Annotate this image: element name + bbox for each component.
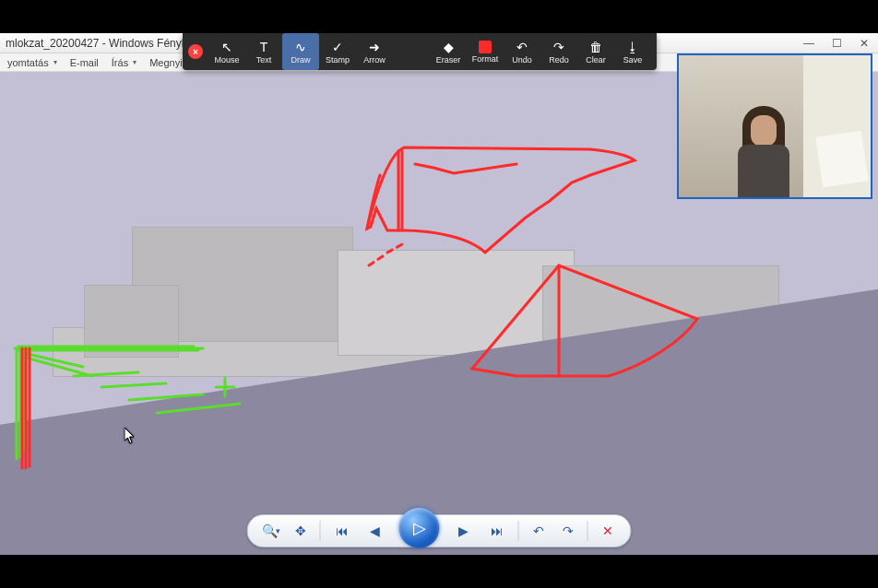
anno-draw-icon: ∿ — [293, 40, 308, 54]
window-controls: — ☐ ✕ — [795, 33, 878, 53]
anno-stamp-icon: ✓ — [330, 40, 345, 54]
letterbox-bottom — [0, 555, 878, 588]
anno-save-label: Save — [623, 55, 643, 65]
anno-redo-button[interactable]: ↷Redo — [540, 33, 577, 70]
anno-format-label: Format — [472, 54, 499, 64]
anno-clear-button[interactable]: 🗑Clear — [577, 33, 614, 70]
anno-mouse-label: Mouse — [214, 55, 239, 65]
anno-undo-icon: ↶ — [515, 40, 529, 54]
anno-eraser-icon: ◆ — [441, 40, 456, 54]
close-button[interactable]: ✕ — [850, 33, 878, 53]
anno-text-button[interactable]: TText — [245, 33, 282, 70]
prev-button[interactable]: ◀ — [363, 521, 387, 541]
anno-eraser-button[interactable]: ◆Eraser — [430, 33, 467, 70]
anno-clear-label: Clear — [586, 55, 606, 65]
anno-undo-button[interactable]: ↶Undo — [504, 33, 540, 70]
anno-redo-icon: ↷ — [552, 40, 566, 54]
anno-format-button[interactable]: Format — [467, 33, 504, 70]
anno-text-label: Text — [256, 55, 272, 65]
anno-spot-button[interactable] — [393, 33, 430, 70]
separator — [587, 521, 588, 541]
photo-viewer-controls: 🔍▾ ✥ ⏮ ◀ ▷ ▶ ⏭ ↶ ↷ ✕ — [247, 514, 632, 547]
first-button[interactable]: ⏮ — [330, 521, 354, 541]
delete-button[interactable]: ✕ — [598, 521, 618, 541]
anno-arrow-button[interactable]: ➜Arrow — [356, 33, 393, 70]
anno-spot-icon — [404, 44, 419, 59]
anno-stamp-button[interactable]: ✓Stamp — [319, 33, 356, 70]
rotate-cw-button[interactable]: ↷ — [558, 521, 578, 541]
menu-write[interactable]: Írás — [112, 57, 136, 68]
anno-mouse-button[interactable]: ↖Mouse — [208, 33, 245, 70]
shared-screen: mlokzat_20200427 - Windows Fényképnézege… — [0, 33, 878, 555]
anno-draw-label: Draw — [291, 55, 310, 65]
anno-mouse-icon: ↖ — [220, 40, 234, 54]
annotation-toolbar: × ↖MouseTText∿Draw✓Stamp➜Arrow◆EraserFor… — [183, 33, 657, 70]
anno-format-icon — [479, 41, 492, 53]
anno-redo-label: Redo — [549, 55, 569, 65]
next-button[interactable]: ▶ — [452, 521, 476, 541]
annotation-close-button[interactable]: × — [188, 44, 203, 59]
last-button[interactable]: ⏭ — [485, 521, 509, 541]
anno-text-icon: T — [256, 40, 271, 54]
anno-arrow-label: Arrow — [363, 55, 386, 65]
minimize-button[interactable]: — — [795, 33, 823, 53]
fit-button[interactable]: ✥ — [291, 521, 311, 541]
anno-eraser-label: Eraser — [436, 55, 461, 65]
anno-save-button[interactable]: ⭳Save — [614, 33, 651, 70]
letterbox-top — [0, 0, 878, 33]
rotate-ccw-button[interactable]: ↶ — [528, 521, 549, 541]
maximize-button[interactable]: ☐ — [823, 33, 850, 53]
separator — [320, 521, 321, 541]
menu-email[interactable]: E-mail — [70, 57, 99, 68]
anno-save-icon: ⭳ — [625, 40, 640, 54]
anno-stamp-label: Stamp — [326, 55, 350, 65]
anno-draw-button[interactable]: ∿Draw — [282, 33, 319, 70]
webcam-video[interactable] — [677, 53, 872, 199]
separator — [518, 521, 519, 541]
zoom-button[interactable]: 🔍▾ — [261, 521, 281, 541]
anno-clear-icon: 🗑 — [588, 40, 603, 54]
play-slideshow-button[interactable]: ▷ — [397, 505, 443, 551]
anno-arrow-icon: ➜ — [367, 40, 382, 54]
webcam-person — [735, 106, 792, 196]
menu-print[interactable]: yomtatás — [7, 57, 57, 68]
anno-undo-label: Undo — [512, 55, 532, 65]
